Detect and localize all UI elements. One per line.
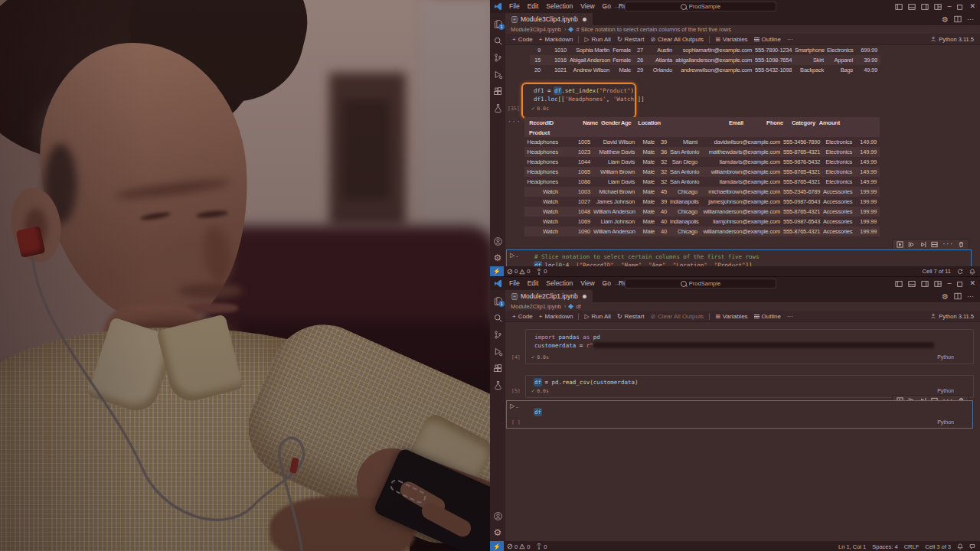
eol-indicator[interactable]: CRLF [901,543,923,550]
breadcrumb-file[interactable]: Module3Clip4.ipynb [511,26,561,33]
editor-more-actions-icon[interactable]: ··· [967,292,974,300]
accounts-icon[interactable] [490,507,505,524]
ports-indicator[interactable]: 0 [533,268,550,275]
run-debug-icon[interactable] [490,66,505,83]
editor-more-actions-icon[interactable]: ··· [967,15,974,23]
menu-selection[interactable]: Selection [542,277,577,290]
customize-layout-icon[interactable] [934,280,942,288]
menu-edit[interactable]: Edit [524,277,543,290]
kernel-picker[interactable]: Python 3.11.5 [930,36,980,43]
cell-position-indicator[interactable]: Cell 3 of 3 [922,543,954,550]
toggle-secondary-sidebar-icon[interactable] [921,280,929,288]
execute-above-icon[interactable] [908,241,915,248]
cell-more-actions-icon[interactable]: ··· [942,243,953,247]
run-all-button[interactable]: ▷Run All [581,36,614,43]
variables-button[interactable]: ⊞Variables [712,36,750,43]
problems-indicator[interactable]: 0 0 [504,543,533,550]
cell-language-label[interactable]: Python [937,388,954,393]
explorer-icon[interactable]: 1 [490,292,505,309]
remote-indicator[interactable]: ⚡ [490,541,504,551]
close-icon[interactable]: ✕ [969,277,975,290]
back-icon[interactable]: ← [602,0,609,13]
breadcrumb-cell[interactable]: df [576,303,580,310]
run-debug-icon[interactable] [490,343,505,360]
menu-view[interactable]: View [577,0,598,13]
minimize-icon[interactable]: – [947,277,951,290]
code-line[interactable]: import pandas as pd [534,333,600,341]
indentation-indicator[interactable]: Spaces: 4 [869,543,900,550]
clear-all-outputs-button[interactable]: ⊘Clear All Outputs [647,36,707,43]
sync-indicator[interactable] [954,269,966,275]
menu-view[interactable]: View [577,277,598,290]
tab-notebook[interactable]: Module2Clip1.ipynb [505,290,593,302]
back-icon[interactable]: ← [602,277,609,290]
settings-gear-icon[interactable]: ⚙ [490,249,505,266]
settings-gear-icon[interactable]: ⚙ [490,524,505,541]
menu-selection[interactable]: Selection [542,0,577,13]
outline-button[interactable]: Outline [751,313,784,320]
feedback[interactable] [966,543,980,549]
extensions-icon[interactable] [490,83,505,99]
variables-button[interactable]: ⊞Variables [712,313,750,320]
run-all-button[interactable]: ▷Run All [581,313,614,320]
testing-icon[interactable] [490,99,505,116]
add-code-cell-button[interactable]: +Code [509,313,536,320]
outline-button[interactable]: Outline [751,36,784,43]
search-view-icon[interactable] [490,309,505,326]
breadcrumb-cell[interactable]: # Slice notation to select certain colum… [576,26,731,33]
clear-all-outputs-button[interactable]: ⊘Clear All Outputs [647,313,707,320]
customize-layout-icon[interactable] [934,3,942,11]
split-editor-icon[interactable] [954,15,962,23]
notifications[interactable] [954,543,966,549]
minimize-icon[interactable]: – [947,0,951,13]
run-by-line-icon[interactable] [897,241,903,248]
command-center-search[interactable]: ProdSample [625,279,776,289]
toggle-sidebar-icon[interactable] [895,280,903,288]
source-control-icon[interactable] [490,326,505,343]
notebook-editor[interactable]: 91010Sophia MartinFemale27Austinsophiama… [505,45,980,266]
cell-position-indicator[interactable]: Cell 7 of 11 [920,268,954,275]
explorer-icon[interactable]: 1 [490,15,505,32]
problems-indicator[interactable]: 0 0 [504,268,533,275]
breadcrumb-file[interactable]: Module2Clip1.ipynb [511,303,561,310]
run-cell-button[interactable]: ▷⌄ [510,252,518,259]
cell-language-label[interactable]: Python [937,354,954,360]
cell-language-label[interactable]: Python [937,419,954,425]
delete-cell-icon[interactable] [958,241,965,248]
execute-below-icon[interactable] [920,241,926,248]
ports-indicator[interactable]: 0 [533,543,550,550]
restart-button[interactable]: ↻Restart [614,313,648,320]
split-cell-icon[interactable] [931,241,938,248]
notifications[interactable] [966,269,980,275]
tab-dirty-indicator[interactable] [583,295,586,298]
code-line[interactable]: df1 = df.set_index("Product") [534,86,634,95]
restore-icon[interactable] [956,280,964,288]
notebook-settings-icon[interactable]: ⚙ [942,292,949,301]
source-control-icon[interactable] [490,49,505,66]
code-line[interactable]: df.loc[0:4, ["RecordID", "Name", "Age", … [534,261,752,266]
toggle-panel-icon[interactable] [908,280,916,288]
code-line[interactable]: # Slice notation to select certain colum… [534,253,760,261]
toggle-panel-icon[interactable] [908,3,916,11]
forward-icon[interactable]: → [613,277,620,290]
restart-button[interactable]: ↻Restart [614,36,648,43]
split-editor-icon[interactable] [954,292,962,300]
extensions-icon[interactable] [490,360,505,377]
run-cell-button[interactable]: ▷⌄ [510,403,518,409]
add-code-cell-button[interactable]: +Code [509,36,536,43]
notebook-editor[interactable]: import pandas as pd customerdata = r" [4… [505,322,980,541]
toolbar-more-button[interactable]: ··· [784,313,796,320]
menu-edit[interactable]: Edit [524,0,543,13]
toggle-sidebar-icon[interactable] [895,3,903,11]
add-markdown-cell-button[interactable]: +Markdown [536,36,577,43]
code-line[interactable]: df = pd.read_csv(customerdata) [534,378,638,386]
code-line[interactable]: df1.loc[['Headphones', 'Watch']] [534,95,645,103]
remote-indicator[interactable]: ⚡ [490,266,504,276]
add-markdown-cell-button[interactable]: +Markdown [536,313,577,320]
menu-file[interactable]: File [505,0,524,13]
notebook-settings-icon[interactable]: ⚙ [942,15,949,24]
forward-icon[interactable]: → [613,0,620,13]
accounts-icon[interactable] [490,233,505,249]
output-options-icon[interactable]: ··· [508,119,521,126]
tab-dirty-indicator[interactable] [583,18,586,21]
